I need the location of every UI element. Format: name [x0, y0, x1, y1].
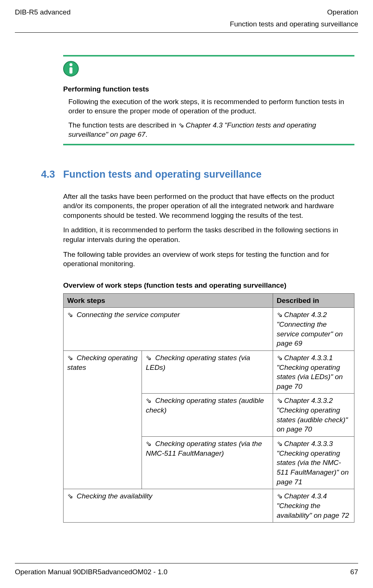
body-paragraph-3: The following table provides an overview… [63, 250, 354, 269]
ws-sub-audible: ⇘ Checking operating states (audible che… [142, 394, 273, 437]
info-bottom-rule [63, 144, 354, 145]
reference-arrow-icon: ⇘ [277, 310, 283, 320]
page-footer: Operation Manual 90DIBR5advancedOM02 - 1… [15, 563, 358, 577]
info-p2-prefix: The function tests are described in [68, 121, 178, 129]
desc-ref[interactable]: Chapter 4.3.4 "Checking the availability… [277, 492, 349, 519]
table-title: Overview of work steps (function tests a… [63, 281, 354, 290]
desc-cell: ⇘Chapter 4.3.3.3 "Checking operating sta… [273, 437, 354, 489]
info-p2-suffix: . [145, 130, 147, 138]
footer-divider [15, 563, 358, 563]
body-paragraph-1: After all the tasks have been performed … [63, 192, 354, 220]
desc-cell: ⇘Chapter 4.3.4 "Checking the availabilit… [273, 489, 354, 523]
ws-label[interactable]: Connecting the service computer [77, 311, 180, 319]
reference-arrow-icon: ⇘ [277, 353, 283, 363]
reference-arrow-icon: ⇘ [146, 439, 152, 449]
section-heading: 4.3 Function tests and operating surveil… [15, 168, 358, 181]
body-paragraph-2: In addition, it is recommended to perfor… [63, 225, 354, 244]
ws-sub-faultmanager: ⇘ Checking operating states (via the NMC… [142, 437, 273, 489]
ws-checking-availability: ⇘ Checking the availability [64, 489, 273, 523]
reference-arrow-icon: ⇘ [146, 353, 152, 363]
reference-arrow-icon: ⇘ [67, 353, 73, 363]
info-title: Performing function tests [63, 84, 354, 94]
ws-checking-operating-states: ⇘ Checking operating states [64, 350, 142, 489]
desc-ref[interactable]: Chapter 4.3.3.1 "Checking operating stat… [277, 354, 343, 390]
work-steps-table: Work steps Described in ⇘ Connecting the… [63, 293, 354, 523]
reference-arrow-icon: ⇘ [67, 310, 73, 320]
desc-ref[interactable]: Chapter 4.3.3.3 "Checking operating stat… [277, 440, 349, 486]
reference-arrow-icon: ⇘ [277, 396, 283, 406]
info-icon [63, 61, 354, 79]
desc-ref[interactable]: Chapter 4.3.2 "Connecting the service co… [277, 311, 343, 347]
section-number: 4.3 [15, 168, 63, 181]
table-row: ⇘ Checking operating states ⇘ Checking o… [64, 350, 354, 394]
svg-rect-2 [69, 67, 72, 74]
header-right: Operation [327, 7, 358, 17]
ws-sub-label[interactable]: Checking operating states (via LEDs) [146, 354, 250, 371]
ws-sub-label[interactable]: Checking operating states (via the NMC-5… [146, 440, 262, 457]
desc-cell: ⇘Chapter 4.3.3.2 "Checking operating sta… [273, 394, 354, 437]
desc-ref[interactable]: Chapter 4.3.3.2 "Checking operating stat… [277, 397, 348, 433]
svg-point-1 [69, 63, 72, 66]
header-subtitle: Function tests and operating surveillanc… [15, 19, 358, 29]
header-left: DIB-R5 advanced [15, 7, 71, 17]
ws-sub-label[interactable]: Checking operating states (audible check… [146, 397, 264, 414]
ws-sub-leds: ⇘ Checking operating states (via LEDs) [142, 350, 273, 394]
table-row: ⇘ Connecting the service computer ⇘Chapt… [64, 308, 354, 351]
reference-arrow-icon: ⇘ [67, 491, 73, 501]
ws-label[interactable]: Checking operating states [67, 354, 137, 371]
ws-connecting-service-computer: ⇘ Connecting the service computer [64, 308, 273, 351]
page-number: 67 [350, 567, 358, 577]
info-paragraph-2: The function tests are described in ⇘Cha… [68, 120, 351, 139]
info-top-rule [63, 55, 354, 56]
info-paragraph-1: Following the execution of the work step… [68, 97, 351, 116]
reference-arrow-icon: ⇘ [178, 120, 184, 130]
ws-label[interactable]: Checking the availability [77, 492, 152, 500]
th-work-steps: Work steps [64, 293, 273, 308]
reference-arrow-icon: ⇘ [146, 396, 152, 406]
desc-cell: ⇘Chapter 4.3.3.1 "Checking operating sta… [273, 350, 354, 394]
table-row: ⇘ Checking the availability ⇘Chapter 4.3… [64, 489, 354, 523]
reference-arrow-icon: ⇘ [277, 491, 283, 501]
header-divider [15, 32, 358, 33]
footer-left: Operation Manual 90DIBR5advancedOM02 - 1… [15, 567, 168, 577]
reference-arrow-icon: ⇘ [277, 439, 283, 449]
desc-cell: ⇘Chapter 4.3.2 "Connecting the service c… [273, 308, 354, 351]
section-title: Function tests and operating surveillanc… [63, 168, 262, 181]
th-described-in: Described in [273, 293, 354, 308]
